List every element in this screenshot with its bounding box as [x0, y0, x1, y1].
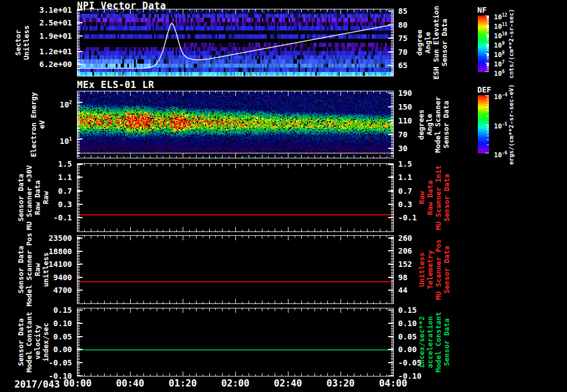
y-tick-label-right: 0.15 — [398, 306, 417, 314]
colorbar-tick-label: 108 — [494, 49, 504, 59]
y-tick-label-right: 80 — [398, 20, 408, 29]
y-axis-label-left-model-constant-velocity: Sensor DataModel Constantvelocityindex/s… — [17, 312, 50, 373]
y-tick-label-right: 65 — [398, 61, 408, 70]
x-tick-label: 04:00 — [368, 379, 418, 388]
x-tick-label: 02:40 — [263, 379, 313, 388]
y-tick-label-right: 70 — [398, 130, 408, 139]
colorbar-def — [478, 95, 489, 153]
y-tick-label-right: 30 — [398, 144, 408, 153]
y-tick-label-right: 190 — [398, 89, 412, 97]
panel-els-title: MEx ELS-01 LR — [77, 79, 154, 90]
colorbar-tick-label: 106 — [494, 68, 504, 78]
y-tick-label-left: 1.2e+01 — [0, 47, 72, 56]
y-axis-label-right-model-scanner-pos: UnitlessTelemetryMU Scanner PosSensor Da… — [417, 239, 451, 300]
panel-model-scanner-pos-plot — [77, 235, 394, 304]
x-tick-label: 00:40 — [105, 379, 155, 388]
panel-els-plot — [77, 91, 394, 158]
y-tick-label-right: 1.1 — [398, 173, 412, 182]
y-tick-label-right: 152 — [398, 260, 412, 269]
y-tick-label-right: -0.1 — [398, 213, 417, 222]
colorbar-def-label: DEF — [477, 85, 491, 94]
colorbar-tick-label: 10-6 — [494, 149, 507, 159]
colorbar-units-nf: cnts/(cm**2-sr-sec) — [508, 9, 515, 79]
y-tick-label-right: 0.00 — [398, 345, 417, 354]
y-tick-label-right: 0.3 — [398, 200, 412, 209]
y-tick-label-right: 206 — [398, 246, 412, 255]
colorbar-tick-label: 1012 — [494, 12, 507, 21]
y-tick-label-right: 44 — [398, 286, 408, 295]
y-axis-label-left-mu-scanner-30v: Sensor DataMU Scanner +30VRaw DataRaw — [17, 165, 50, 230]
y-axis-label-left-model-scanner-pos: Sensor DataModel Scanner PosRawunitless — [17, 233, 50, 306]
y-tick-label-right: 85 — [398, 7, 408, 16]
panel-model-constant-velocity-canvas — [78, 308, 393, 376]
y-tick-label-right: 0.10 — [398, 319, 417, 328]
y-axis-label-left-npi: SectorUnitless — [14, 25, 30, 60]
y-tick-label-left: 1.9e+01 — [0, 32, 72, 40]
colorbar-tick-label: 1011 — [494, 21, 507, 30]
x-tick-label: 01:20 — [158, 379, 208, 388]
colorbar-nf-label: NF — [477, 6, 487, 14]
panel-els-canvas — [78, 91, 393, 158]
y-tick-label-right: 98 — [398, 273, 408, 282]
colorbar-units-def: ergs/(cm**2-sr-sec-eV) — [508, 84, 515, 165]
panel-npi-canvas — [78, 9, 393, 76]
y-tick-label-left: 6.2e+00 — [0, 60, 72, 69]
plot-figure: NPI Vector Data MEx ELS-01 LR NF DEF 201… — [0, 0, 567, 392]
y-tick-label-right: 70 — [398, 48, 408, 56]
panel-mu-scanner-30v-canvas — [78, 164, 393, 231]
y-tick-label-right: 1.5 — [398, 159, 412, 168]
panel-model-constant-velocity-plot — [77, 308, 394, 376]
x-tick-label: 02:00 — [210, 379, 260, 388]
y-axis-label-left-els: Electron EnergyeV — [29, 92, 46, 157]
panel-mu-scanner-30v-plot — [77, 163, 394, 232]
panel-npi-plot — [77, 9, 394, 76]
y-tick-label-left: 2.5e+01 — [0, 18, 72, 27]
colorbar-tick-label: 10-4 — [494, 91, 507, 101]
y-axis-label-right-model-constant-velocity: incex/sec**2accelerationModel ConstantSe… — [417, 312, 451, 373]
y-tick-label-right: 110 — [398, 116, 412, 125]
x-tick-label: 00:00 — [53, 379, 102, 388]
y-tick-label-right: 150 — [398, 102, 412, 111]
colorbar-tick-label: 107 — [494, 59, 504, 68]
y-tick-label-right: 260 — [398, 234, 412, 243]
y-axis-label-right-els: degreesAngleModel ScannerSensor Data — [417, 96, 450, 153]
colorbar-nf — [478, 16, 489, 72]
y-tick-label-right: 0.7 — [398, 187, 412, 195]
y-tick-label-right: 75 — [398, 34, 408, 43]
y-axis-label-right-npi: degreeAngleESH Sun ElevationSensor Data — [415, 6, 449, 79]
colorbar-tick-label: 10-5 — [494, 121, 507, 130]
panel-model-scanner-pos-canvas — [78, 236, 393, 303]
y-tick-label-right: 0.05 — [398, 332, 417, 341]
x-tick-label: 03:20 — [316, 379, 365, 388]
y-axis-label-right-mu-scanner-30v: RawRaw DataMU Scanner InitSensor Data — [417, 165, 451, 230]
y-tick-label-left: 3.1e+01 — [0, 6, 72, 14]
colorbar-tick-label: 1010 — [494, 30, 507, 40]
colorbar-tick-label: 109 — [494, 40, 504, 49]
